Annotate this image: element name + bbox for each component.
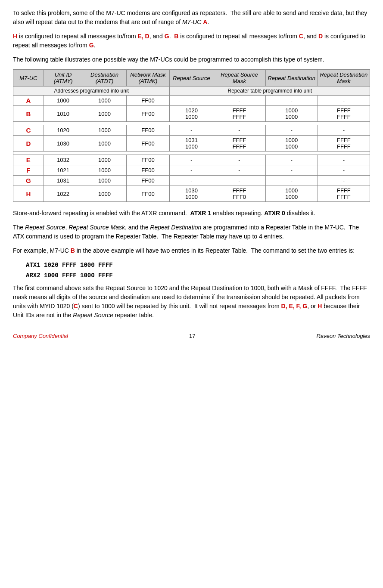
table-row: A 1000 1000 FF00 - - - - xyxy=(13,96,370,106)
row-rd: 10001000 xyxy=(265,136,318,152)
row-dest: 1000 xyxy=(83,125,126,136)
modem-A: A xyxy=(203,19,207,25)
row-rsm: FFFFFFFF xyxy=(213,136,265,152)
row-rsm: - xyxy=(213,176,265,186)
m7uc-italic: M7-UC xyxy=(182,19,201,25)
row-rsm: - xyxy=(213,96,265,106)
row-dest: 1000 xyxy=(83,96,126,106)
row-rd: 10001000 xyxy=(265,106,318,122)
row-mask: FF00 xyxy=(126,176,170,186)
atxr0: ATXR 0 xyxy=(264,210,285,217)
col-repeat-dest-mask: Repeat Destination Mask xyxy=(318,70,370,87)
modem-G: G xyxy=(165,33,169,40)
row-unit-id: 1010 xyxy=(44,106,83,122)
modem-DEFG-ref: D, E, F, G xyxy=(281,303,308,309)
row-rdm: - xyxy=(318,165,370,176)
row-letter-G: G xyxy=(13,176,44,186)
row-mask: FF00 xyxy=(126,96,170,106)
row-letter-A: A xyxy=(13,96,44,106)
footer-page-number: 17 xyxy=(189,333,195,339)
row-rd: - xyxy=(265,96,318,106)
col-destination: Destination (ATDT) xyxy=(83,70,126,87)
col-repeat-source-mask: Repeat Source Mask xyxy=(213,70,265,87)
modem-EDG: E, D xyxy=(137,33,149,40)
modem-D: D xyxy=(318,33,323,40)
atxr1: ATXR 1 xyxy=(190,210,211,217)
modem-B-ref: B xyxy=(71,247,75,254)
footer-confidential: Company Confidential xyxy=(13,333,68,339)
repeat-source-italic2: Repeat Source xyxy=(73,312,113,319)
row-unit-id: 1000 xyxy=(44,96,83,106)
modem-H: H xyxy=(13,33,17,40)
repeat-dest-italic: Repeat Destination xyxy=(150,224,201,231)
row-letter-F: F xyxy=(13,165,44,176)
row-rdm: - xyxy=(318,155,370,165)
row-unit-id: 1021 xyxy=(44,165,83,176)
row-mask: FF00 xyxy=(126,165,170,176)
table-row-spacer xyxy=(13,152,370,155)
row-mask: FF00 xyxy=(126,125,170,136)
row-rdm: FFFFFFFF xyxy=(318,106,370,122)
code-line-1: ATX1 1020 FFFF 1000 FFFF xyxy=(26,260,370,271)
intro-para2: H is configured to repeat all messages t… xyxy=(13,32,370,50)
body-para4: Store-and-forward repeating is enabled w… xyxy=(13,209,370,218)
code-block: ATX1 1020 FFFF 1000 FFFF ARX2 1000 FFFF … xyxy=(26,260,370,281)
footer-company: Raveon Technologies xyxy=(316,333,370,339)
programming-table: M7-UC Unit ID (ATMY) Destination (ATDT) … xyxy=(13,69,370,202)
table-row: F 1021 1000 FF00 - - - - xyxy=(13,165,370,176)
table-row: B 1010 1000 FF00 10201000 FFFFFFFF 10001… xyxy=(13,106,370,122)
row-dest: 1000 xyxy=(83,155,126,165)
page-footer: Company Confidential 17 Raveon Technolog… xyxy=(13,328,370,339)
row-letter-C: C xyxy=(13,125,44,136)
row-rs: - xyxy=(170,96,213,106)
table-header-row: M7-UC Unit ID (ATMY) Destination (ATDT) … xyxy=(13,70,370,87)
row-dest: 1000 xyxy=(83,186,126,202)
row-mask: FF00 xyxy=(126,136,170,152)
row-letter-B: B xyxy=(13,106,44,122)
table-row: E 1032 1000 FF00 - - - - xyxy=(13,155,370,165)
row-dest: 1000 xyxy=(83,176,126,186)
intro-para1: To solve this problem, some of the M7-UC… xyxy=(13,9,370,27)
row-unit-id: 1020 xyxy=(44,125,83,136)
table-row: C 1020 1000 FF00 - - - - xyxy=(13,125,370,136)
modem-H-ref: H xyxy=(318,303,322,309)
col-m7uc: M7-UC xyxy=(13,70,44,87)
table-row: H 1022 1000 FF00 10301000 FFFFFFF0 10001… xyxy=(13,186,370,202)
sub-header-addresses: Addresses programmed into unit xyxy=(13,87,170,96)
modem-B: B xyxy=(174,33,178,40)
row-unit-id: 1022 xyxy=(44,186,83,202)
table-row: D 1030 1000 FF00 10311000 FFFFFFFF 10001… xyxy=(13,136,370,152)
row-rs: 10201000 xyxy=(170,106,213,122)
row-rs: - xyxy=(170,165,213,176)
table-row: G 1031 1000 FF00 - - - - xyxy=(13,176,370,186)
col-repeat-source: Repeat Source xyxy=(170,70,213,87)
row-rs: 10311000 xyxy=(170,136,213,152)
row-mask: FF00 xyxy=(126,155,170,165)
repeat-source-italic: Repeat Source xyxy=(25,224,65,231)
row-rdm: - xyxy=(318,125,370,136)
modem-C-ref: C xyxy=(74,303,78,309)
row-letter-H: H xyxy=(13,186,44,202)
body-para6: For example, M7-UC B in the above exampl… xyxy=(13,246,370,255)
row-mask: FF00 xyxy=(126,186,170,202)
row-dest: 1000 xyxy=(83,106,126,122)
col-unit-id: Unit ID (ATMY) xyxy=(44,70,83,87)
repeat-source-mask-italic: Repeat Source Mask xyxy=(69,224,125,231)
row-rsm: FFFFFFF0 xyxy=(213,186,265,202)
row-rdm: FFFFFFFF xyxy=(318,186,370,202)
table-subheader-row: Addresses programmed into unit Repeater … xyxy=(13,87,370,96)
row-rdm: - xyxy=(318,176,370,186)
row-rd: - xyxy=(265,155,318,165)
row-rs: - xyxy=(170,125,213,136)
body-para7: The first command above sets the Repeat … xyxy=(13,284,370,320)
row-unit-id: 1030 xyxy=(44,136,83,152)
row-rsm: - xyxy=(213,155,265,165)
row-rsm: FFFFFFFF xyxy=(213,106,265,122)
row-rsm: - xyxy=(213,125,265,136)
row-dest: 1000 xyxy=(83,136,126,152)
row-letter-D: D xyxy=(13,136,44,152)
row-rd: - xyxy=(265,125,318,136)
body-para5: The Repeat Source, Repeat Source Mask, a… xyxy=(13,223,370,241)
sub-header-repeater: Repeater table programmed into unit xyxy=(170,87,370,96)
table-row-spacer xyxy=(13,122,370,125)
